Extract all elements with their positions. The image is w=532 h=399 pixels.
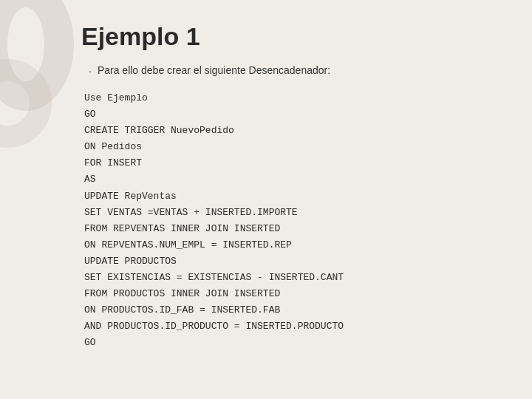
code-line: ON PRODUCTOS.ID_FAB = INSERTED.FAB [84, 302, 502, 318]
code-line: ON Pedidos [84, 139, 502, 155]
subtitle-row: · Para ello debe crear el siguiente Dese… [81, 64, 502, 77]
page-title: Ejemplo 1 [81, 22, 502, 51]
code-line: AS [84, 171, 502, 188]
subtitle-text: Para ello debe crear el siguiente Desenc… [98, 64, 330, 76]
code-line: UPDATE PRODUCTOS [84, 253, 502, 270]
code-block: Use EjemploGOCREATE TRIGGER NuevoPedidoO… [81, 90, 502, 352]
code-line: GO [84, 335, 502, 351]
code-line: ON REPVENTAS.NUM_EMPL = INSERTED.REP [84, 237, 502, 253]
code-line: FROM REPVENTAS INNER JOIN INSERTED [84, 221, 502, 237]
code-line: SET EXISTENCIAS = EXISTENCIAS - INSERTED… [84, 270, 502, 286]
code-line: Use Ejemplo [84, 90, 502, 106]
bullet-point: · [89, 65, 92, 77]
code-line: FOR INSERT [84, 155, 502, 171]
code-line: GO [84, 106, 502, 123]
code-line: SET VENTAS =VENTAS + INSERTED.IMPORTE [84, 205, 502, 221]
code-line: UPDATE RepVentas [84, 188, 502, 205]
code-line: AND PRODUCTOS.ID_PRODUCTO = INSERTED.PRO… [84, 318, 502, 335]
main-content: Ejemplo 1 · Para ello debe crear el sigu… [0, 0, 532, 374]
code-line: CREATE TRIGGER NuevoPedido [84, 123, 502, 139]
code-line: FROM PRODUCTOS INNER JOIN INSERTED [84, 286, 502, 302]
